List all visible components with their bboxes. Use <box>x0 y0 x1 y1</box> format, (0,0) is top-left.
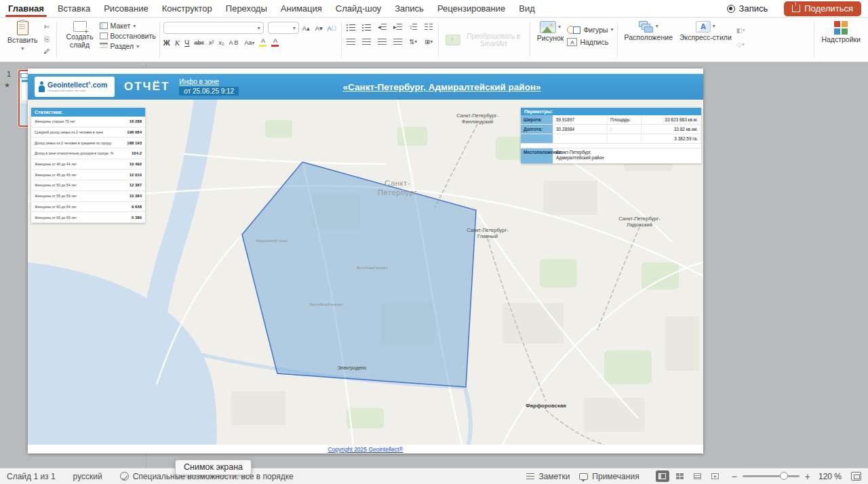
strikethrough-button[interactable]: abc <box>194 39 204 46</box>
param-value: 59.91897 <box>553 115 608 124</box>
paste-label: Вставить <box>7 37 38 45</box>
font-color-button[interactable]: А <box>271 38 279 47</box>
align-text-icon[interactable]: ⊞▾ <box>423 37 435 47</box>
share-button[interactable]: Поделиться <box>784 1 861 16</box>
cut-icon[interactable]: ✄ <box>41 22 53 32</box>
chevron-down-icon: ▾ <box>21 46 24 52</box>
extra-format-group: ◧▾ ◇▾ <box>735 20 747 60</box>
menu-tab[interactable]: Главная <box>7 1 45 17</box>
statistics-table[interactable]: Статистика: Женщины старше 70 лет 16 288… <box>31 108 145 223</box>
stat-label: Женщины от 50 до 54 лет <box>35 183 77 187</box>
font-name-combo[interactable]: ▾ <box>163 22 264 34</box>
section-button[interactable]: Раздел ▾ <box>100 42 156 50</box>
justify-icon[interactable] <box>392 37 403 47</box>
change-case-button[interactable]: Aa▾ <box>244 39 254 46</box>
decrease-font-icon[interactable]: A▾ <box>313 23 325 33</box>
highlight-color-button[interactable]: А <box>259 38 267 47</box>
table-row: Женщины старше 70 лет 16 288 <box>31 117 145 127</box>
ribbon-tabs: Главная Вставка Рисование Конструктор Пе… <box>7 1 536 17</box>
workspace: 1 ★ Geointellect®.com <box>0 63 868 468</box>
stat-value: 5 380 <box>132 216 142 220</box>
param-value: 3 382.59 га. <box>642 134 701 143</box>
menu-tab[interactable]: Анимация <box>279 1 323 17</box>
char-spacing-button[interactable]: АВ <box>229 39 239 46</box>
notes-icon <box>526 473 534 480</box>
parameters-header: Параметры: <box>521 108 701 115</box>
align-right-icon[interactable] <box>376 37 388 47</box>
smartart-button[interactable]: Преобразовать в SmartArt <box>442 20 526 60</box>
stat-value: 188 193 <box>127 141 142 145</box>
parameters-table[interactable]: Параметры: Широта: 59.91897 Площадь: 33 … <box>521 108 701 163</box>
zoom-out-button[interactable]: − <box>732 472 737 481</box>
font-size-combo[interactable]: ▾ <box>268 22 299 34</box>
subscript-button[interactable]: x₂ <box>218 39 224 46</box>
share-icon <box>792 5 800 12</box>
align-left-icon[interactable] <box>345 37 357 47</box>
shape-outline-icon[interactable]: ◇▾ <box>735 39 747 49</box>
shapes-button[interactable]: Фигуры ▾ <box>567 25 613 34</box>
copyright-link[interactable]: Copyright 2025 Geointellect® <box>328 446 403 453</box>
addins-button[interactable]: Надстройки <box>818 20 864 60</box>
zoom-in-button[interactable]: + <box>805 472 810 481</box>
bold-button[interactable]: Ж <box>163 39 170 47</box>
zoom-slider-knob[interactable] <box>780 472 788 480</box>
menu-tab[interactable]: Конструктор <box>161 1 214 17</box>
font-group: ▾ ▾ A▴ A▾ A⃠ Ж К Ч abc x² x₂ АВ Aa▾ А А <box>163 20 338 60</box>
menu-tab[interactable]: Переходы <box>224 1 269 17</box>
picture-label: Рисунок <box>537 35 564 43</box>
menu-tab[interactable]: Запись <box>393 1 425 17</box>
italic-button[interactable]: К <box>175 39 180 47</box>
decrease-indent-icon[interactable]: ◂ <box>376 22 388 32</box>
menu-tab[interactable]: Рисование <box>102 1 149 17</box>
menu-tab[interactable]: Вставка <box>56 1 92 17</box>
layout-button[interactable]: Макет ▾ <box>100 22 156 30</box>
quick-styles-button[interactable]: А ▾ Экспресс-стили <box>676 20 735 60</box>
record-button[interactable]: Запись <box>720 1 775 16</box>
smartart-label: Преобразовать в SmartArt <box>465 33 523 48</box>
align-center-icon[interactable] <box>361 37 372 47</box>
fit-slide-button[interactable] <box>851 472 861 481</box>
comments-label: Примечания <box>592 472 639 481</box>
location-value: Санкт-Петербург, Адмиралтейский район <box>553 148 701 163</box>
line-spacing-icon[interactable]: ↕ <box>408 22 419 32</box>
increase-font-icon[interactable]: A▴ <box>300 23 312 33</box>
clear-format-icon[interactable]: A⃠ <box>326 23 338 33</box>
notes-toggle[interactable]: Заметки <box>526 472 570 481</box>
geointellect-logo: Geointellect®.com геомаркетинговая систе… <box>35 77 115 97</box>
columns-icon[interactable] <box>423 22 435 32</box>
textbox-button[interactable]: А Надпись <box>567 38 613 46</box>
copy-icon[interactable]: ⎘ <box>41 34 53 44</box>
slideshow-button[interactable] <box>709 470 722 482</box>
highlight-color-swatch <box>259 45 267 47</box>
menu-tab[interactable]: Рецензирование <box>436 1 507 17</box>
ribbon-separator <box>159 22 160 58</box>
paste-button[interactable]: Вставить ▾ <box>4 20 41 60</box>
copyright-line: Copyright 2025 Geointellect® <box>28 445 703 453</box>
menu-tab[interactable]: Вид <box>517 1 536 17</box>
normal-view-button[interactable] <box>656 470 669 482</box>
zoom-percentage[interactable]: 120 % <box>816 472 842 481</box>
slide-sorter-view-button[interactable] <box>673 470 687 482</box>
menu-tab[interactable]: Слайд-шоу <box>334 1 382 17</box>
increase-indent-icon[interactable]: ▸ <box>392 22 403 32</box>
new-slide-button[interactable]: Создать слайд <box>60 20 100 60</box>
comments-toggle[interactable]: Примечания <box>579 472 639 481</box>
superscript-button[interactable]: x² <box>209 39 214 46</box>
format-painter-icon[interactable]: 🖉 <box>41 46 53 56</box>
language-indicator[interactable]: русский <box>73 472 102 481</box>
paragraph-group: ◂ ▸ ↕ ⇅▾ ⊞▾ <box>345 20 435 60</box>
text-direction-icon[interactable]: ⇅▾ <box>408 37 419 47</box>
bullets-icon[interactable] <box>345 22 357 32</box>
shape-fill-icon[interactable]: ◧▾ <box>735 25 747 35</box>
slide-canvas[interactable]: Geointellect®.com геомаркетинговая систе… <box>28 68 703 453</box>
zoom-slider[interactable] <box>743 475 800 477</box>
underline-button[interactable]: Ч <box>184 39 189 47</box>
info-zone-link[interactable]: Инфо в зоне <box>179 78 219 85</box>
location-label: Местоположение: <box>521 148 553 163</box>
arrange-button[interactable]: ▾ Расположение <box>621 20 676 60</box>
textbox-label: Надпись <box>580 38 608 46</box>
picture-button[interactable]: ▾ Рисунок <box>534 20 568 60</box>
numbering-icon[interactable] <box>361 22 372 32</box>
reset-button[interactable]: Восстановить <box>100 32 156 40</box>
reading-view-button[interactable] <box>691 470 705 482</box>
